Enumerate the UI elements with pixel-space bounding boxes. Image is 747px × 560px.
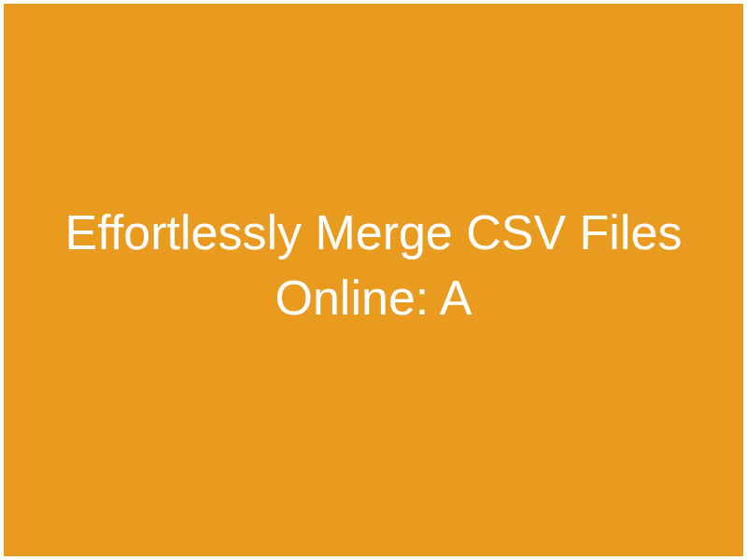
page-title: Effortlessly Merge CSV Files Online: A xyxy=(4,200,743,330)
